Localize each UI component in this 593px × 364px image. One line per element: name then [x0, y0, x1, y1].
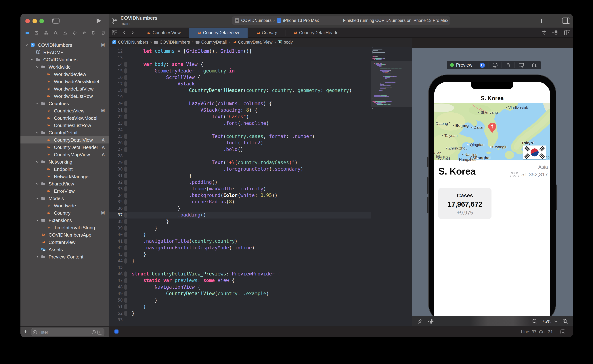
- sidebar-item-covidnumbers-2[interactable]: COVIDNumbers: [20, 56, 109, 63]
- sidebar-item-contentview-27[interactable]: ContentView: [20, 238, 109, 246]
- recents-clock-icon[interactable]: [91, 330, 96, 334]
- sidebar-item-sharedview-19[interactable]: SharedView: [20, 180, 109, 187]
- duplicate-preview-icon[interactable]: [532, 62, 538, 68]
- sidebar-item-models-21[interactable]: Models: [20, 195, 109, 202]
- sidebar-item-worldwidelistview-6[interactable]: WorldwideListView: [20, 85, 109, 92]
- sidebar-item-worldwideview-4[interactable]: WorldwideView: [20, 71, 109, 78]
- debug-icon[interactable]: [82, 31, 86, 35]
- sidebar-item-endpoint-17[interactable]: Endpoint: [20, 165, 109, 173]
- find-navigator-icon[interactable]: [54, 31, 58, 35]
- sidebar-item-countriesviewmodel-10[interactable]: CountriesViewModel: [20, 114, 109, 122]
- sidebar-item-worldwide-3[interactable]: Worldwide: [20, 63, 109, 71]
- editor-only-icon[interactable]: [560, 329, 566, 335]
- run-button[interactable]: [97, 18, 101, 23]
- zoom-button[interactable]: [39, 19, 44, 23]
- library-add-icon[interactable]: +: [540, 17, 543, 25]
- breadcrumb-item-covidnumbers[interactable]: COVIDNumbers: [154, 40, 190, 45]
- sidebar-item-worldwide-22[interactable]: Worldwide: [20, 202, 109, 209]
- sidebar-item-worldwidelistrow-7[interactable]: WorldwideListRow: [20, 92, 109, 100]
- breadcrumb-item-countrydetail[interactable]: CountryDetail: [195, 40, 227, 45]
- breakpoints-icon[interactable]: [92, 31, 96, 35]
- zoom-out-icon[interactable]: [532, 318, 538, 324]
- code-editor[interactable]: 1213141516171819202122232425262728293031…: [109, 47, 412, 326]
- run-status: Finished running COVIDNumbers on iPhone …: [343, 16, 448, 25]
- editor-tab-bar: CountriesViewCountryDetailViewCountryCou…: [109, 28, 573, 38]
- disclosure-right-icon[interactable]: [36, 255, 39, 258]
- minimap[interactable]: [371, 47, 412, 326]
- preview-settings-icon[interactable]: [428, 318, 434, 324]
- disclosure-down-icon[interactable]: [36, 219, 39, 222]
- sidebar-item-countrydetail-12[interactable]: CountryDetail: [20, 129, 109, 136]
- sidebar-item-preview-content-29[interactable]: Preview Content: [20, 253, 109, 260]
- orientation-icon[interactable]: [505, 62, 511, 68]
- sidebar-item-assets-28[interactable]: Assets: [20, 246, 109, 253]
- disclosure-down-icon[interactable]: [36, 160, 39, 163]
- sidebar-item-networkmanager-18[interactable]: NetworkManager: [20, 173, 109, 180]
- color-scheme-icon[interactable]: [518, 62, 524, 68]
- sidebar-item-covidnumbers-0[interactable]: COVIDNumbersM: [20, 41, 109, 49]
- sidebar-item-timeinterval-string-25[interactable]: TimeInterval+String: [20, 224, 109, 231]
- close-button[interactable]: [25, 19, 30, 23]
- disclosure-down-icon[interactable]: [36, 102, 39, 105]
- pin-preview-icon[interactable]: [417, 318, 423, 324]
- related-items-icon[interactable]: [112, 30, 117, 36]
- back-chevron-icon[interactable]: [122, 30, 127, 36]
- breadcrumb-item-countrydetailview[interactable]: CountryDetailView: [232, 40, 273, 45]
- canvas-top-band: [412, 38, 573, 48]
- device-preview-icon[interactable]: [492, 62, 498, 68]
- inspector-toggle-icon[interactable]: [562, 18, 570, 24]
- disclosure-down-icon[interactable]: [36, 182, 39, 185]
- editor-options-icon[interactable]: [551, 30, 558, 36]
- sidebar-item-countrydetailview-13[interactable]: CountryDetailViewA: [20, 136, 109, 143]
- folder-icon: [41, 101, 46, 105]
- sidebar-item-readme-1[interactable]: README: [20, 49, 109, 56]
- map-city-dot: [506, 107, 507, 108]
- disclosure-down-icon[interactable]: [25, 43, 28, 46]
- scope-icon[interactable]: +-: [97, 330, 102, 335]
- disclosure-down-icon[interactable]: [31, 58, 34, 61]
- sidebar-item-worldwideviewmodel-5[interactable]: WorldwideViewModel: [20, 78, 109, 85]
- code-review-icon[interactable]: [542, 30, 547, 36]
- disclosure-down-icon[interactable]: [36, 65, 39, 68]
- maps-legal-link[interactable]: Legal: [544, 155, 550, 159]
- sidebar-item-networking-16[interactable]: Networking: [20, 158, 109, 165]
- sidebar-item-extensions-24[interactable]: Extensions: [20, 216, 109, 224]
- project-navigator-icon[interactable]: [25, 31, 29, 35]
- disclosure-down-icon[interactable]: [36, 197, 39, 200]
- tab-countriesview[interactable]: CountriesView: [139, 28, 189, 38]
- sidebar-item-countrieslistrow-11[interactable]: CountriesListRow: [20, 122, 109, 129]
- add-editor-icon[interactable]: [564, 30, 570, 36]
- activity-viewer[interactable]: A COVIDNumbers › iPhone 13 Pro Max Finis…: [232, 16, 450, 25]
- zoom-in-icon[interactable]: [562, 318, 568, 324]
- forward-chevron-icon[interactable]: [130, 30, 135, 36]
- sidebar-item-countries-8[interactable]: Countries: [20, 100, 109, 107]
- sidebar-item-covidnumbersapp-26[interactable]: COVIDNumbersApp: [20, 231, 109, 238]
- map-city-label: Dalian: [474, 125, 485, 130]
- sidebar-toggle-icon[interactable]: [52, 18, 59, 24]
- breadcrumb-item-covidnumbers[interactable]: COVIDNumbers: [112, 40, 148, 45]
- sidebar-item-countrydetailheader-14[interactable]: CountryDetailHeaderA: [20, 143, 109, 151]
- issues-icon[interactable]: [63, 31, 67, 35]
- filter-field[interactable]: Filter +-: [31, 328, 104, 336]
- disclosure-down-icon[interactable]: [36, 131, 39, 134]
- sidebar-item-country-23[interactable]: CountryM: [20, 209, 109, 216]
- zoom-menu-chevron-icon[interactable]: [554, 320, 558, 323]
- sidebar-item-countriesview-9[interactable]: CountriesViewM: [20, 107, 109, 114]
- minimize-button[interactable]: [33, 19, 37, 23]
- reports-icon[interactable]: [101, 31, 105, 35]
- symbols-icon[interactable]: [44, 31, 48, 35]
- map-city-label: Gwangju: [492, 145, 507, 149]
- source-control-icon[interactable]: [35, 31, 39, 35]
- tab-countrydetailheader[interactable]: CountryDetailHeader: [286, 28, 347, 38]
- sidebar-filter-bar: + Filter +-: [20, 327, 109, 337]
- tab-country[interactable]: Country: [248, 28, 286, 38]
- breadcrumb-item-body[interactable]: Pbody: [278, 40, 293, 45]
- add-file-icon[interactable]: +: [24, 328, 27, 335]
- live-preview-icon[interactable]: [480, 63, 485, 68]
- tests-icon[interactable]: [73, 31, 77, 35]
- sidebar-item-countrymapview-15[interactable]: CountryMapViewA: [20, 151, 109, 158]
- sidebar-item-errorview-20[interactable]: ErrorView: [20, 187, 109, 195]
- zoom-level[interactable]: 75%: [542, 318, 551, 324]
- tab-countrydetailview[interactable]: CountryDetailView: [189, 28, 248, 38]
- preview-toolbar: Preview: [447, 61, 541, 69]
